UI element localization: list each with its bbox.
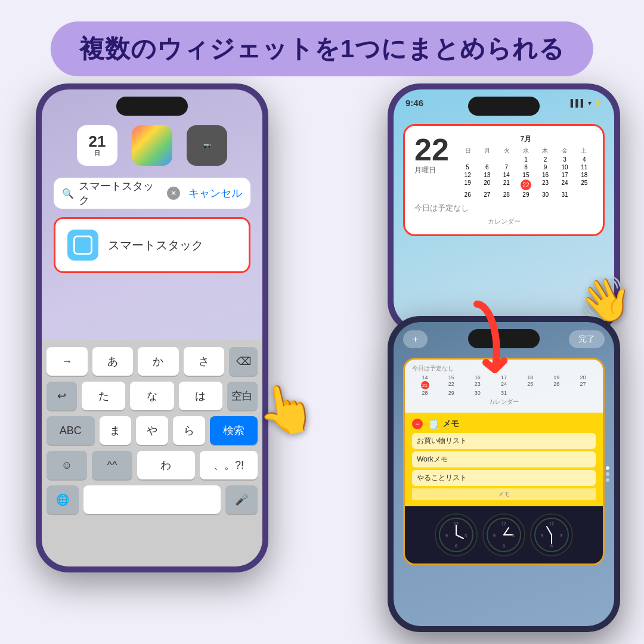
cal-header: 日月火水木金土 (459, 147, 593, 155)
key-ta[interactable]: た (82, 382, 125, 410)
search-icon: 🔍 (62, 188, 74, 199)
clock-widget: 12 3 6 9 12 3 6 9 (405, 506, 603, 564)
svg-text:9: 9 (445, 534, 448, 538)
svg-text:6: 6 (503, 544, 505, 548)
svg-text:9: 9 (493, 534, 496, 538)
keyboard-row-5: 🌐 🎤 (47, 485, 258, 514)
status-icons: ▌▌▌ ▾ ⚡ (571, 99, 602, 107)
key-search[interactable]: 検索 (210, 416, 258, 445)
red-arrow-container (441, 298, 513, 396)
phone-left: 21 日 📷 🔍 スマートスタック ✕ キャンセル スマートスタック (36, 83, 268, 572)
cal-days-grid: 1234 567891011 12131415161718 1920212223… (459, 156, 593, 198)
key-arrow[interactable]: → (47, 347, 88, 376)
header-banner: 複数のウィジェットを1つにまとめられる (51, 21, 593, 76)
notch-left (116, 97, 188, 116)
key-sa[interactable]: さ (184, 347, 225, 376)
keyboard-row-4: ☺ ^^ わ 、。?! (47, 451, 258, 479)
add-widget-button[interactable]: + (403, 330, 428, 348)
keyboard-row-2: ↩ た な は 空白 (47, 382, 258, 410)
cal-day-of-week: 月曜日 (414, 165, 436, 175)
memo-header: − 🗒️ メモ (412, 419, 596, 429)
cal-no-event: 今日は予定なし (414, 203, 593, 213)
key-spacebar[interactable] (83, 485, 221, 514)
cal-month: 7月 (459, 134, 593, 144)
photos-app-icon (132, 125, 172, 166)
smart-stack-result[interactable]: スマートスタック (54, 217, 250, 273)
clock-face-2: 12 3 6 9 (482, 513, 525, 556)
keyboard-row-3: ABC ま や ら 検索 (47, 416, 258, 445)
calendar-widget-top: 22 月曜日 7月 日月火水木金土 1234 567891011 1213141… (403, 124, 605, 236)
camera-app-icon: 📷 (187, 125, 227, 166)
key-globe[interactable]: 🌐 (47, 485, 79, 514)
search-bar[interactable]: 🔍 スマートスタック ✕ キャンセル (54, 178, 250, 209)
memo-item-3: やることリスト (412, 470, 596, 486)
cal-grid: 7月 日月火水木金土 1234 567891011 12131415161718… (459, 134, 593, 198)
key-ya[interactable]: や (136, 416, 168, 445)
key-abc[interactable]: ABC (47, 416, 95, 445)
cal-date-display: 22 月曜日 (414, 134, 449, 198)
memo-title: メモ (442, 419, 459, 429)
memo-item-1: お買い物リスト (412, 433, 596, 449)
key-na[interactable]: な (130, 382, 174, 410)
keyboard-area: → あ か さ ⌫ ↩ た な は 空白 ABC ま (42, 340, 262, 566)
search-cancel-button[interactable]: キャンセル (185, 186, 242, 200)
svg-text:3: 3 (560, 534, 562, 538)
svg-text:3: 3 (465, 534, 467, 538)
key-punctuation[interactable]: 、。?! (200, 451, 258, 479)
key-wa[interactable]: わ (137, 451, 195, 479)
memo-widget: − 🗒️ メモ お買い物リスト Workメモ やることリスト メモ (405, 413, 603, 506)
app-icons-row: 21 日 📷 (60, 125, 244, 166)
hand-cursor-left: 👆 (252, 377, 321, 442)
smart-stack-label: スマートスタック (108, 237, 203, 253)
key-backspace[interactable]: ⌫ (229, 347, 258, 376)
key-ma[interactable]: ま (100, 416, 132, 445)
keyboard-row-1: → あ か さ ⌫ (47, 347, 258, 376)
search-input-text[interactable]: スマートスタック (79, 179, 162, 208)
svg-text:3: 3 (512, 534, 515, 538)
clock-face-3: 12 3 6 9 (530, 513, 573, 556)
key-a[interactable]: あ (92, 347, 134, 376)
key-undo[interactable]: ↩ (47, 382, 77, 410)
dot-1 (606, 466, 609, 470)
cal-widget-label: カレンダー (414, 217, 593, 226)
memo-label: メモ (412, 488, 596, 500)
search-clear-button[interactable]: ✕ (167, 187, 180, 200)
svg-text:9: 9 (541, 534, 543, 538)
svg-text:12: 12 (549, 522, 554, 526)
red-arrow-svg (441, 298, 513, 394)
calendar-app-icon: 21 日 (77, 125, 117, 166)
key-emoji[interactable]: ☺ (47, 451, 87, 479)
key-ra[interactable]: ら (173, 416, 205, 445)
hand-cursor-right: 👋 (578, 274, 632, 325)
header-title: 複数のウィジェットを1つにまとめられる (79, 35, 565, 63)
key-mic[interactable]: 🎤 (225, 485, 258, 514)
dot-3 (606, 478, 609, 482)
cal-day-number: 22 (414, 134, 449, 165)
svg-text:12: 12 (501, 522, 506, 526)
key-ka[interactable]: か (138, 347, 179, 376)
key-ha[interactable]: は (179, 382, 222, 410)
memo-remove-button[interactable]: − (412, 419, 423, 429)
clock-face-1: 12 3 6 9 (435, 513, 478, 556)
memo-item-2: Workメモ (412, 451, 596, 467)
cal-mini-label: カレンダー (412, 396, 596, 408)
svg-text:6: 6 (550, 544, 553, 548)
dot-2 (606, 472, 609, 476)
status-bar-right-top: 9:46 ▌▌▌ ▾ ⚡ (405, 98, 602, 108)
memo-icon: 🗒️ (429, 419, 439, 429)
svg-text:6: 6 (455, 544, 457, 548)
status-time: 9:46 (405, 98, 423, 108)
key-special[interactable]: ^^ (92, 451, 132, 479)
done-button[interactable]: 完了 (569, 330, 605, 348)
smart-stack-icon (67, 230, 98, 261)
